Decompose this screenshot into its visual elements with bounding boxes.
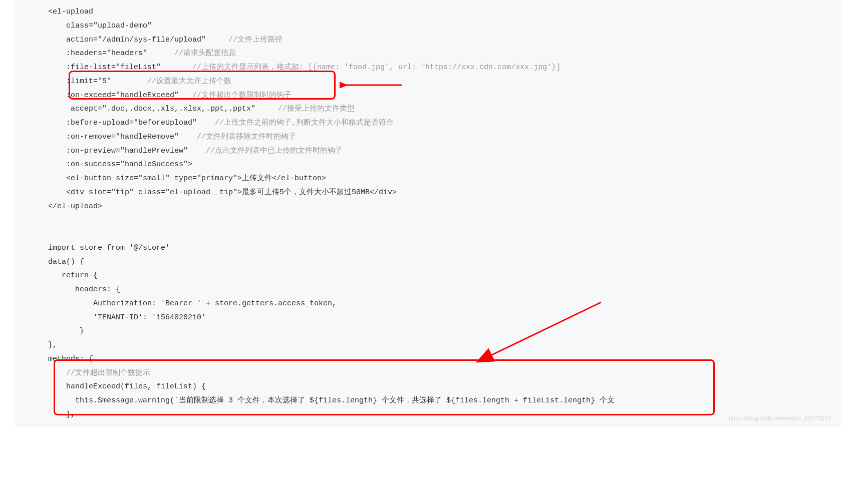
code-container: <el-upload class="upload-demo" action="/…	[15, 5, 841, 422]
code-line: headers: {	[15, 283, 841, 297]
code-line: Authorization: 'Bearer ' + store.getters…	[15, 297, 841, 311]
code-line	[15, 213, 841, 227]
code-line: :on-remove="handleRemove" //文件列表移除文件时的钩子	[15, 130, 841, 144]
code-line: action="/admin/sys-file/upload" //文件上传路径	[15, 33, 841, 47]
code-line: :headers="headers" //请求头配置信息	[15, 47, 841, 61]
code-line: :on-success="handleSuccess">	[15, 158, 841, 172]
code-line: //文件超出限制个数提示	[15, 366, 841, 380]
watermark-text: https://blog.csdn.net/weixin_44770377	[729, 413, 831, 424]
code-line: 'TENANT-ID': '1564020210'	[15, 311, 841, 325]
code-line: :limit="5" //设置最大允许上传个数	[15, 75, 841, 89]
code-line: }	[15, 324, 841, 338]
code-line: <div slot="tip" class="el-upload__tip">最…	[15, 186, 841, 200]
code-line: this.$message.warning(`当前限制选择 3 个文件，本次选择…	[15, 394, 841, 408]
code-line: import store from '@/store'	[15, 241, 841, 255]
code-line: },	[15, 338, 841, 352]
code-line: :before-upload="beforeUpload" //上传文件之前的钩…	[15, 116, 841, 130]
code-line: class="upload-demo"	[15, 19, 841, 33]
code-line: :file-list="fileList" //上传的文件显示列表，格式如: […	[15, 61, 841, 75]
code-line: },	[15, 408, 841, 422]
code-line: methods: {	[15, 352, 841, 366]
code-line	[15, 227, 841, 241]
code-line: :on-exceed="handleExceed" //文件超出个数限制时的钩子	[15, 89, 841, 103]
code-line: return {	[15, 269, 841, 283]
code-line: <el-upload	[15, 5, 841, 19]
code-line: </el-upload>	[15, 200, 841, 214]
code-block: <el-upload class="upload-demo" action="/…	[15, 0, 841, 427]
code-line: data() {	[15, 255, 841, 269]
code-line: accept=".doc,.docx,.xls,.xlsx,.ppt,.pptx…	[15, 102, 841, 116]
code-line: :on-preview="handlePreview" //点击文件列表中已上传…	[15, 144, 841, 158]
code-line: <el-button size="small" type="primary">上…	[15, 172, 841, 186]
code-line: handleExceed(files, fileList) {	[15, 380, 841, 394]
